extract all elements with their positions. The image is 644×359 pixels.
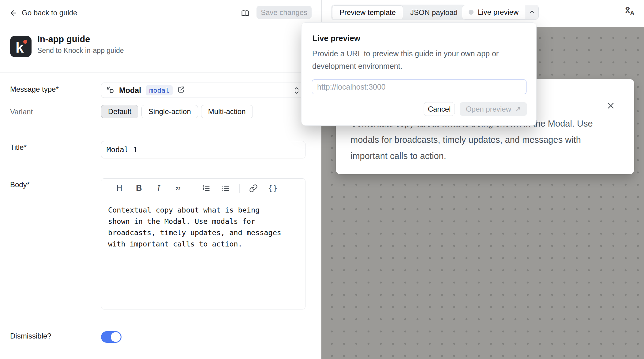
page-title: In-app guide <box>37 34 90 44</box>
translate-icon[interactable]: x̄A <box>623 6 637 19</box>
save-changes-button[interactable]: Save changes <box>256 6 312 19</box>
cancel-button[interactable]: Cancel <box>424 102 455 116</box>
body-editor-content[interactable]: Contextual copy about what is being show… <box>101 198 305 256</box>
variant-option-default[interactable]: Default <box>101 105 138 118</box>
back-link-label: Go back to guide <box>22 9 77 17</box>
preview-url-input[interactable] <box>312 80 526 94</box>
body-label: Body* <box>10 180 30 189</box>
toolbar-divider <box>192 184 192 193</box>
message-type-key-badge: modal <box>146 85 173 95</box>
message-type-select[interactable]: Modal modal <box>101 83 305 98</box>
modal-type-icon <box>106 86 114 95</box>
open-book-icon <box>241 9 249 19</box>
preview-tab-group: Preview template JSON payload <box>331 5 466 20</box>
knock-logo: k <box>10 36 32 57</box>
knock-logo-dot <box>23 40 27 44</box>
heading-icon[interactable]: H <box>113 182 126 194</box>
select-chevrons-icon <box>293 86 300 96</box>
blockquote-icon[interactable]: ” <box>172 182 185 194</box>
bullet-list-icon[interactable] <box>219 182 232 194</box>
toggle-knob <box>111 332 121 342</box>
save-changes-label: Save changes <box>261 8 307 17</box>
live-preview-collapse-button[interactable] <box>525 5 538 19</box>
tab-json-payload[interactable]: JSON payload <box>403 6 465 19</box>
message-type-value: Modal <box>119 86 141 95</box>
italic-icon[interactable]: I <box>152 182 165 194</box>
body-editor-toolbar: H B I ” {} <box>101 179 305 198</box>
open-preview-label: Open preview <box>466 105 511 113</box>
back-link[interactable]: Go back to guide <box>9 9 77 17</box>
dismissible-toggle[interactable] <box>101 331 122 343</box>
bold-icon[interactable]: B <box>133 182 145 194</box>
live-preview-label: Live preview <box>478 8 519 17</box>
variant-button-group: Default Single-action Multi-action <box>101 105 253 118</box>
variant-label: Variant <box>10 108 33 116</box>
header-divider <box>0 72 321 72</box>
live-preview-popover: Live preview Provide a URL to preview th… <box>301 22 537 126</box>
close-icon[interactable] <box>605 99 617 112</box>
docs-book-button[interactable] <box>240 9 250 19</box>
variables-icon[interactable]: {} <box>267 182 279 194</box>
toolbar-divider <box>239 184 240 193</box>
ordered-list-icon[interactable] <box>200 182 212 194</box>
external-link-icon[interactable] <box>177 86 185 95</box>
back-arrow-icon <box>9 9 17 17</box>
title-input[interactable] <box>101 141 305 158</box>
page-subtitle: Send to Knock in-app guide <box>37 46 124 55</box>
live-status-dot <box>469 10 474 15</box>
live-preview-control: Live preview <box>462 5 539 20</box>
variant-option-single-action[interactable]: Single-action <box>141 105 198 118</box>
body-editor: H B I ” {} Contextual copy about what is… <box>101 178 305 309</box>
link-icon[interactable] <box>247 182 260 194</box>
message-type-label: Message type* <box>10 85 59 94</box>
popover-description: Provide a URL to preview this guide in y… <box>312 47 499 72</box>
variant-option-multi-action[interactable]: Multi-action <box>201 105 253 118</box>
arrow-up-right-icon: ↗ <box>515 105 521 113</box>
popover-title: Live preview <box>313 34 360 43</box>
dismissible-label: Dismissible? <box>10 332 51 340</box>
title-label: Title* <box>10 143 27 152</box>
chevron-up-icon <box>529 9 535 16</box>
live-preview-button[interactable]: Live preview <box>462 5 525 19</box>
open-preview-button[interactable]: Open preview ↗ <box>460 102 527 116</box>
tab-preview-template[interactable]: Preview template <box>332 6 403 19</box>
